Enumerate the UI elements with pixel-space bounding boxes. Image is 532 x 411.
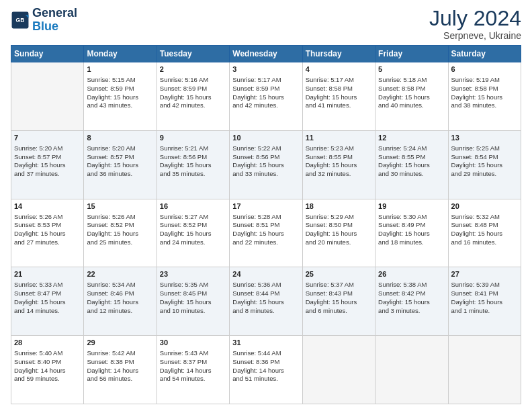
day-info: Sunrise: 5:19 AM Sunset: 8:58 PM Dayligh… [451,76,518,110]
day-info: Sunrise: 5:44 AM Sunset: 8:36 PM Dayligh… [232,349,299,383]
calendar-table: SundayMondayTuesdayWednesdayThursdayFrid… [11,45,521,404]
day-number: 21 [14,269,81,279]
day-number: 24 [232,269,299,279]
day-number: 8 [87,133,153,143]
weekday-header: Friday [375,46,448,62]
day-number: 19 [378,201,445,212]
day-info: Sunrise: 5:40 AM Sunset: 8:40 PM Dayligh… [14,349,81,383]
calendar-cell: 13Sunrise: 5:25 AM Sunset: 8:54 PM Dayli… [448,130,521,199]
day-info: Sunrise: 5:16 AM Sunset: 8:59 PM Dayligh… [160,76,226,110]
day-info: Sunrise: 5:38 AM Sunset: 8:42 PM Dayligh… [378,281,445,315]
day-number: 13 [451,133,518,143]
calendar-cell: 1Sunrise: 5:15 AM Sunset: 8:59 PM Daylig… [84,62,157,131]
day-number: 30 [160,338,226,348]
weekday-header: Tuesday [157,46,229,62]
day-number: 16 [160,201,226,212]
calendar-cell [448,336,521,404]
day-info: Sunrise: 5:43 AM Sunset: 8:37 PM Dayligh… [160,349,226,383]
calendar-cell: 26Sunrise: 5:38 AM Sunset: 8:42 PM Dayli… [375,267,448,336]
day-info: Sunrise: 5:34 AM Sunset: 8:46 PM Dayligh… [87,281,153,315]
calendar-cell: 20Sunrise: 5:32 AM Sunset: 8:48 PM Dayli… [448,199,521,267]
day-info: Sunrise: 5:28 AM Sunset: 8:51 PM Dayligh… [232,213,299,247]
logo-line1: General [32,7,77,20]
day-info: Sunrise: 5:35 AM Sunset: 8:45 PM Dayligh… [160,281,226,315]
day-info: Sunrise: 5:29 AM Sunset: 8:50 PM Dayligh… [306,213,372,247]
weekday-header: Wednesday [230,46,302,62]
day-number: 14 [14,201,81,212]
day-number: 5 [378,64,445,75]
calendar-cell: 9Sunrise: 5:21 AM Sunset: 8:56 PM Daylig… [157,130,229,199]
calendar-week-row: 28Sunrise: 5:40 AM Sunset: 8:40 PM Dayli… [11,336,521,404]
logo-line2: Blue [32,20,77,34]
calendar-cell: 15Sunrise: 5:26 AM Sunset: 8:52 PM Dayli… [84,199,157,267]
day-number: 22 [87,269,153,279]
calendar-week-row: 1Sunrise: 5:15 AM Sunset: 8:59 PM Daylig… [11,62,521,131]
day-info: Sunrise: 5:27 AM Sunset: 8:52 PM Dayligh… [160,213,226,247]
calendar-cell: 16Sunrise: 5:27 AM Sunset: 8:52 PM Dayli… [157,199,229,267]
calendar-week-row: 14Sunrise: 5:26 AM Sunset: 8:53 PM Dayli… [11,199,521,267]
calendar-header-row: SundayMondayTuesdayWednesdayThursdayFrid… [11,46,521,62]
calendar-cell: 4Sunrise: 5:17 AM Sunset: 8:58 PM Daylig… [302,62,375,131]
day-number: 29 [87,338,153,348]
calendar-cell: 25Sunrise: 5:37 AM Sunset: 8:43 PM Dayli… [302,267,375,336]
calendar-cell: 28Sunrise: 5:40 AM Sunset: 8:40 PM Dayli… [11,336,84,404]
month-year: July 2024 [429,7,521,30]
day-info: Sunrise: 5:21 AM Sunset: 8:56 PM Dayligh… [160,144,226,179]
page: GB General Blue July 2024 Serpneve, Ukra… [0,0,532,411]
day-number: 11 [306,133,372,143]
day-info: Sunrise: 5:33 AM Sunset: 8:47 PM Dayligh… [14,281,81,315]
svg-text:GB: GB [16,17,25,24]
day-number: 23 [160,269,226,279]
day-info: Sunrise: 5:20 AM Sunset: 8:57 PM Dayligh… [87,144,153,179]
calendar-cell: 6Sunrise: 5:19 AM Sunset: 8:58 PM Daylig… [448,62,521,131]
day-info: Sunrise: 5:17 AM Sunset: 8:59 PM Dayligh… [232,76,299,110]
calendar-cell: 8Sunrise: 5:20 AM Sunset: 8:57 PM Daylig… [84,130,157,199]
day-number: 27 [451,269,518,279]
calendar-cell: 23Sunrise: 5:35 AM Sunset: 8:45 PM Dayli… [157,267,229,336]
day-number: 28 [14,338,81,348]
calendar-cell: 21Sunrise: 5:33 AM Sunset: 8:47 PM Dayli… [11,267,84,336]
day-number: 26 [378,269,445,279]
calendar-cell: 30Sunrise: 5:43 AM Sunset: 8:37 PM Dayli… [157,336,229,404]
day-number: 9 [160,133,226,143]
day-number: 25 [306,269,372,279]
day-info: Sunrise: 5:23 AM Sunset: 8:55 PM Dayligh… [306,144,372,179]
calendar-cell: 3Sunrise: 5:17 AM Sunset: 8:59 PM Daylig… [230,62,302,131]
day-info: Sunrise: 5:26 AM Sunset: 8:53 PM Dayligh… [14,213,81,247]
day-info: Sunrise: 5:36 AM Sunset: 8:44 PM Dayligh… [232,281,299,315]
calendar-cell: 31Sunrise: 5:44 AM Sunset: 8:36 PM Dayli… [230,336,302,404]
day-number: 12 [378,133,445,143]
calendar-cell: 27Sunrise: 5:39 AM Sunset: 8:41 PM Dayli… [448,267,521,336]
day-number: 20 [451,201,518,212]
day-info: Sunrise: 5:18 AM Sunset: 8:58 PM Dayligh… [378,76,445,110]
calendar-cell [302,336,375,404]
calendar-cell: 5Sunrise: 5:18 AM Sunset: 8:58 PM Daylig… [375,62,448,131]
day-info: Sunrise: 5:26 AM Sunset: 8:52 PM Dayligh… [87,213,153,247]
day-info: Sunrise: 5:22 AM Sunset: 8:56 PM Dayligh… [232,144,299,179]
day-info: Sunrise: 5:20 AM Sunset: 8:57 PM Dayligh… [14,144,81,179]
day-number: 2 [160,64,226,75]
logo: GB General Blue [11,7,77,34]
day-number: 3 [232,64,299,75]
day-info: Sunrise: 5:24 AM Sunset: 8:55 PM Dayligh… [378,144,445,179]
calendar-cell: 22Sunrise: 5:34 AM Sunset: 8:46 PM Dayli… [84,267,157,336]
day-number: 1 [87,64,153,75]
day-info: Sunrise: 5:32 AM Sunset: 8:48 PM Dayligh… [451,213,518,247]
day-info: Sunrise: 5:39 AM Sunset: 8:41 PM Dayligh… [451,281,518,315]
logo-text: General Blue [32,7,77,34]
calendar-cell: 14Sunrise: 5:26 AM Sunset: 8:53 PM Dayli… [11,199,84,267]
logo-icon: GB [11,11,30,30]
calendar-cell: 11Sunrise: 5:23 AM Sunset: 8:55 PM Dayli… [302,130,375,199]
calendar-cell: 2Sunrise: 5:16 AM Sunset: 8:59 PM Daylig… [157,62,229,131]
day-info: Sunrise: 5:17 AM Sunset: 8:58 PM Dayligh… [306,76,372,110]
day-number: 15 [87,201,153,212]
day-info: Sunrise: 5:15 AM Sunset: 8:59 PM Dayligh… [87,76,153,110]
day-info: Sunrise: 5:42 AM Sunset: 8:38 PM Dayligh… [87,349,153,383]
day-number: 7 [14,133,81,143]
day-number: 31 [232,338,299,348]
day-info: Sunrise: 5:25 AM Sunset: 8:54 PM Dayligh… [451,144,518,179]
day-number: 4 [306,64,372,75]
header: GB General Blue July 2024 Serpneve, Ukra… [11,7,521,41]
calendar-week-row: 21Sunrise: 5:33 AM Sunset: 8:47 PM Dayli… [11,267,521,336]
calendar-cell: 24Sunrise: 5:36 AM Sunset: 8:44 PM Dayli… [230,267,302,336]
